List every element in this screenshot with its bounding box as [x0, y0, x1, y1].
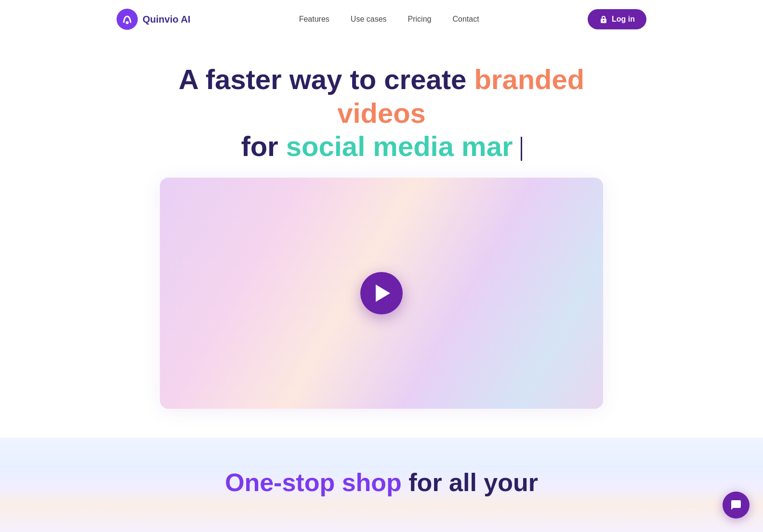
svg-point-3	[603, 20, 605, 22]
logo-icon	[117, 9, 138, 30]
logo-text: Quinvio AI	[143, 14, 190, 25]
login-label: Log in	[612, 15, 635, 24]
hero-title-highlight-teal: social media mar	[286, 130, 513, 162]
logo[interactable]: Quinvio AI	[117, 9, 190, 30]
nav-item-features[interactable]: Features	[299, 15, 329, 24]
lock-icon	[599, 15, 608, 24]
svg-point-1	[126, 21, 129, 24]
nav-links: Features Use cases Pricing Contact	[299, 15, 479, 24]
svg-point-0	[117, 9, 138, 30]
hero-title-part1: A faster way to create	[179, 64, 474, 95]
navbar: Quinvio AI Features Use cases Pricing Co…	[0, 0, 763, 39]
nav-item-contact[interactable]: Contact	[452, 15, 479, 24]
nav-item-use-cases[interactable]: Use cases	[351, 15, 387, 24]
bottom-title-rest: for all your	[408, 468, 538, 496]
chat-bubble-button[interactable]	[723, 492, 750, 519]
bottom-title-highlight: One-stop shop	[225, 468, 402, 496]
bottom-title: One-stop shop for all your	[10, 467, 753, 499]
video-player[interactable]	[160, 178, 603, 409]
hero-section: A faster way to create branded videos fo…	[0, 39, 763, 438]
bottom-section: One-stop shop for all your	[0, 438, 763, 532]
hero-title-part2: for	[241, 130, 286, 162]
login-button[interactable]: Log in	[588, 9, 646, 29]
play-button[interactable]	[360, 272, 403, 314]
chat-icon	[729, 498, 743, 512]
play-icon	[376, 285, 390, 302]
hero-title: A faster way to create branded videos fo…	[165, 63, 598, 163]
nav-item-pricing[interactable]: Pricing	[408, 15, 432, 24]
hero-title-cursor	[521, 137, 522, 160]
